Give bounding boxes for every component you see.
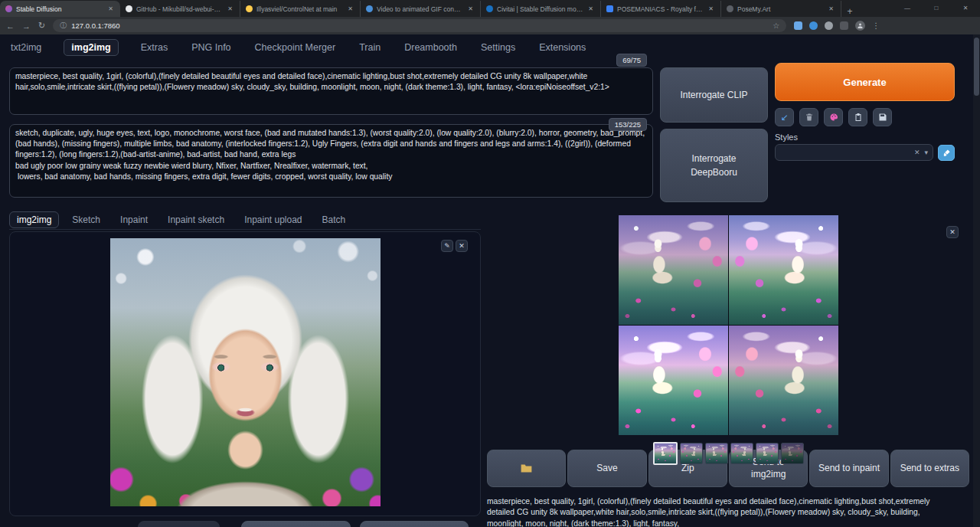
edit-image-button[interactable]: ✎ xyxy=(441,240,453,252)
subtab-inpaint-upload[interactable]: Inpaint upload xyxy=(237,212,309,227)
profile-avatar[interactable] xyxy=(855,21,865,31)
browser-menu-icon[interactable]: ⋮ xyxy=(872,21,880,30)
tab-checkpoint-merger[interactable]: Checkpoint Merger xyxy=(253,40,338,55)
apply-styles-button[interactable] xyxy=(938,145,955,161)
subtab-sketch[interactable]: Sketch xyxy=(65,212,107,227)
tab-img2img[interactable]: img2img xyxy=(64,39,118,56)
styles-dropdown[interactable]: ✕ ▾ xyxy=(775,144,933,161)
brush-icon xyxy=(942,149,951,157)
gallery-thumbnail-3[interactable] xyxy=(705,443,728,464)
extension-icon-3[interactable] xyxy=(825,21,833,30)
tab-close-icon[interactable]: ✕ xyxy=(466,5,475,13)
negative-token-counter: 153/225 xyxy=(609,118,647,131)
gallery-thumbnail-5[interactable] xyxy=(756,443,779,464)
tab-extras[interactable]: Extras xyxy=(139,40,169,55)
tab-close-icon[interactable]: ✕ xyxy=(226,5,234,13)
generated-image-1[interactable] xyxy=(619,215,728,325)
screen: Stable Diffusion ✕ GitHub - Mikubill/sd-… xyxy=(0,0,980,527)
tab-close-icon[interactable]: ✕ xyxy=(346,5,354,13)
gallery-thumbnail-strip xyxy=(487,441,969,466)
gallery-close-button[interactable]: ✕ xyxy=(946,226,959,238)
negative-prompt-input[interactable]: sketch, duplicate, ugly, huge eyes, text… xyxy=(9,124,653,198)
gallery-thumbnail-2[interactable] xyxy=(680,443,703,464)
browser-tab-gif-converter[interactable]: Video to animated GIF converter ✕ xyxy=(361,1,481,17)
window-minimize-button[interactable]: — xyxy=(893,0,922,15)
browser-tab-controlnet[interactable]: Illyasviel/ControlNet at main ✕ xyxy=(240,1,361,17)
generate-column: Generate ↙ xyxy=(775,63,955,202)
bookmark-icon[interactable]: ☆ xyxy=(773,21,779,30)
tab-close-icon[interactable]: ✕ xyxy=(586,5,595,13)
save-style-button[interactable] xyxy=(873,108,892,126)
back-button[interactable]: ← xyxy=(6,21,15,31)
browser-tab-civitai[interactable]: Civitai | Stable Diffusion model ✕ xyxy=(481,1,601,17)
remove-image-button[interactable]: ✕ xyxy=(456,240,468,252)
generated-image-3-render xyxy=(619,326,728,435)
page-scrollbar[interactable] xyxy=(973,34,980,527)
tab-train[interactable]: Train xyxy=(358,40,382,55)
floppy-icon xyxy=(878,113,887,122)
window-maximize-button[interactable]: □ xyxy=(922,0,951,15)
new-tab-button[interactable]: + xyxy=(841,6,858,17)
thumb-render xyxy=(731,444,753,463)
tab-close-icon[interactable]: ✕ xyxy=(106,5,115,13)
address-bar[interactable]: ⓘ 127.0.0.1:7860 ☆ xyxy=(53,19,786,32)
clear-styles-icon[interactable]: ✕ xyxy=(914,149,920,156)
image-actions: ✎ ✕ xyxy=(441,240,468,252)
generated-image-4[interactable] xyxy=(729,326,838,435)
forward-button[interactable]: → xyxy=(22,21,31,31)
tab-png-info[interactable]: PNG Info xyxy=(190,40,232,55)
copy-to-img2img-button[interactable]: img2img xyxy=(138,521,220,527)
generated-image-grid xyxy=(619,215,838,435)
tab-dreambooth[interactable]: Dreambooth xyxy=(403,40,459,55)
extra-networks-button[interactable] xyxy=(824,108,843,126)
gallery-thumbnail-6[interactable] xyxy=(781,443,804,464)
subtab-inpaint-sketch[interactable]: Inpaint sketch xyxy=(161,212,231,227)
refresh-button[interactable]: ↻ xyxy=(38,21,45,31)
read-params-button[interactable]: ↙ xyxy=(775,108,794,126)
tab-txt2img[interactable]: txt2img xyxy=(9,40,43,55)
browser-tab-posemy-art[interactable]: PoseMy.Art ✕ xyxy=(721,1,841,17)
source-image-panel[interactable]: ✎ ✕ xyxy=(9,231,481,516)
favicon-gif-converter xyxy=(366,5,373,12)
favicon-posemy-art xyxy=(727,5,733,12)
copy-to-sketch-button[interactable]: sketch xyxy=(241,521,351,527)
interrogate-deepbooru-button[interactable]: Interrogate DeepBooru xyxy=(660,129,768,202)
extension-icon-1[interactable] xyxy=(794,21,802,30)
tab-title: GitHub - Mikubill/sd-webui-con xyxy=(136,5,222,13)
subtab-batch[interactable]: Batch xyxy=(315,212,353,227)
copy-to-inpaint-button[interactable]: inpaint xyxy=(360,521,469,527)
input-image-preview[interactable] xyxy=(110,238,381,506)
tab-extensions[interactable]: Extensions xyxy=(537,40,587,55)
subtab-inpaint[interactable]: Inpaint xyxy=(113,212,155,227)
browser-tab-posemaniacs[interactable]: POSEMANIACS - Royalty free 3 ✕ xyxy=(601,1,721,17)
extension-icon-2[interactable] xyxy=(809,21,818,30)
prompt-area: 69/75 masterpiece, best quality, 1girl, … xyxy=(9,61,969,202)
extension-icon-4[interactable] xyxy=(840,21,848,30)
interrogate-column: Interrogate CLIP Interrogate DeepBooru xyxy=(660,67,768,202)
generate-button[interactable]: Generate xyxy=(775,63,955,101)
gallery-thumbnail-4[interactable] xyxy=(730,443,753,464)
browser-tab-github[interactable]: GitHub - Mikubill/sd-webui-con ✕ xyxy=(120,1,240,17)
person-icon xyxy=(857,22,864,29)
apply-style-button[interactable] xyxy=(848,108,867,126)
generated-image-2[interactable] xyxy=(729,215,838,325)
generated-image-3[interactable] xyxy=(619,326,728,435)
prompt-input[interactable]: masterpiece, best quality, 1girl, (color… xyxy=(9,67,653,115)
site-info-icon[interactable]: ⓘ xyxy=(60,21,67,31)
window-close-button[interactable]: ✕ xyxy=(951,0,980,15)
clear-prompt-button[interactable] xyxy=(799,108,818,126)
generated-image-2-render xyxy=(729,215,838,325)
gallery-thumbnail-1[interactable] xyxy=(653,442,678,465)
tab-settings[interactable]: Settings xyxy=(479,40,517,55)
browser-tab-stable-diffusion[interactable]: Stable Diffusion ✕ xyxy=(0,1,120,17)
clipboard-icon xyxy=(854,113,863,122)
favicon-github xyxy=(126,5,132,12)
interrogate-clip-button[interactable]: Interrogate CLIP xyxy=(660,67,768,123)
styles-label: Styles xyxy=(775,133,955,142)
subtab-img2img[interactable]: img2img xyxy=(9,211,59,228)
favicon-stable-diffusion xyxy=(5,5,12,12)
tab-close-icon[interactable]: ✕ xyxy=(707,5,715,13)
tab-close-icon[interactable]: ✕ xyxy=(827,5,835,13)
scrollbar-thumb[interactable] xyxy=(974,38,979,96)
trash-icon xyxy=(805,113,814,122)
